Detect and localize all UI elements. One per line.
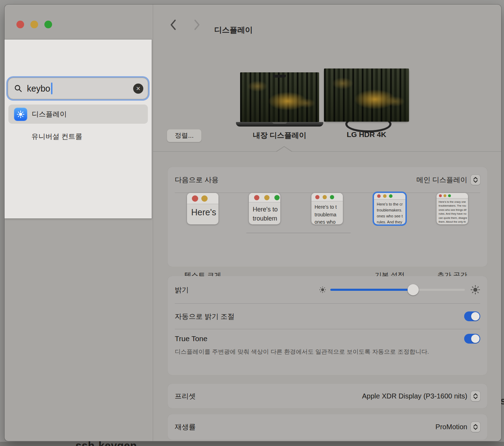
laptop-base	[236, 122, 323, 127]
laptop-notch	[273, 75, 286, 78]
true-tone-label: True Tone	[175, 334, 207, 343]
refresh-rate-dropdown[interactable]	[471, 422, 480, 432]
scaling-option-default[interactable]: Here's to the crtroublemakers.ones who s…	[374, 193, 405, 224]
arrange-displays-button[interactable]: 정렬...	[167, 129, 202, 142]
search-input[interactable]: keybo ✕	[8, 78, 148, 99]
preset-label: 프리셋	[175, 391, 196, 401]
mini-window-text: Here's	[187, 204, 218, 217]
brightness-high-icon	[470, 285, 480, 295]
display-settings-pane: 디스플레이 내장 디스플레이 LG HDR 4K 정렬... 다음으로 사용	[153, 5, 501, 441]
refresh-rate-row: 재생률 ProMotion	[168, 414, 487, 440]
close-window-button[interactable]	[16, 21, 24, 28]
mini-window-titlebar	[187, 193, 218, 204]
brightness-row: 밝기	[168, 276, 487, 303]
scaling-options: Here's Here's totroublem Here's to ttrou…	[168, 193, 487, 267]
page-title: 디스플레이	[214, 25, 253, 35]
scaling-connector-line	[246, 233, 351, 233]
resolution-card: 다음으로 사용 메인 디스플레이 Here's	[168, 167, 487, 267]
refresh-rate-card: 재생률 ProMotion	[168, 414, 487, 440]
mini-window-titlebar	[311, 193, 343, 201]
display-name-lg: LG HDR 4K	[324, 130, 409, 139]
scaling-option-2[interactable]: Here's totroublem	[249, 193, 280, 224]
minimize-window-button[interactable]	[30, 21, 38, 28]
use-as-value: 메인 디스플레이	[416, 175, 467, 185]
search-input-value: keybo	[27, 84, 50, 94]
auto-brightness-row: 자동으로 밝기 조절	[168, 304, 487, 329]
true-tone-description: 디스플레이를 주변광에 맞춰 색상이 다른 환경에서도 일관적으로 보이도록 자…	[175, 347, 432, 357]
mini-window-text: Here's to the crtroublemakers.ones who s…	[374, 200, 405, 224]
use-as-row: 다음으로 사용 메인 디스플레이	[168, 167, 487, 193]
clear-search-icon[interactable]: ✕	[133, 84, 143, 94]
search-result-display[interactable]: 디스플레이	[8, 105, 148, 124]
preset-value: Apple XDR Display (P3-1600 nits)	[362, 392, 467, 400]
system-settings-window: keybo ✕	[5, 5, 501, 441]
refresh-rate-value: ProMotion	[435, 423, 467, 431]
mini-window-titlebar	[374, 193, 405, 200]
preset-dropdown[interactable]	[471, 391, 480, 401]
display-thumbnail-lg-hdr-4k[interactable]	[324, 69, 409, 122]
search-result-label: 유니버설 컨트롤	[31, 132, 82, 141]
scaling-option-3[interactable]: Here's to ttroublemaones who	[311, 193, 343, 224]
display-thumbnail-builtin[interactable]	[240, 72, 319, 122]
mini-window-text: Here's totroublem	[249, 202, 280, 223]
zoom-window-button[interactable]	[44, 21, 52, 28]
text-cursor	[51, 82, 52, 94]
screenshot-root: ssh-keygen s keybo ✕	[0, 0, 504, 446]
use-as-label: 다음으로 사용	[175, 175, 219, 185]
preset-row: 프리셋 Apple XDR Display (P3-1600 nits)	[168, 384, 487, 408]
laptop-base-notch	[272, 122, 287, 124]
wallpaper-forest	[240, 72, 319, 122]
brightness-knob[interactable]	[408, 284, 419, 295]
brightness-label: 밝기	[175, 285, 189, 295]
search-result-universal-control[interactable]: 유니버설 컨트롤	[8, 128, 148, 145]
brightness-card: 밝기	[168, 276, 487, 375]
brightness-slider[interactable]	[330, 284, 465, 295]
auto-brightness-label: 자동으로 밝기 조절	[175, 312, 235, 321]
forward-button[interactable]	[192, 19, 201, 31]
mini-window-titlebar	[249, 193, 280, 202]
scaling-option-larger-text[interactable]: Here's	[187, 193, 218, 224]
brightness-fill	[330, 289, 413, 291]
back-button[interactable]	[168, 19, 178, 31]
use-as-dropdown[interactable]	[471, 175, 480, 185]
search-suggestions-panel: keybo ✕	[5, 39, 152, 218]
brightness-low-icon	[319, 286, 326, 293]
section-divider	[153, 151, 501, 152]
search-icon	[14, 84, 22, 93]
true-tone-row: True Tone 디스플레이를 주변광에 맞춰 색상이 다른 환경에서도 일관…	[168, 329, 487, 363]
auto-brightness-toggle[interactable]	[464, 311, 480, 321]
preset-card: 프리셋 Apple XDR Display (P3-1600 nits)	[168, 384, 487, 408]
mini-window-titlebar	[437, 193, 468, 199]
mini-window-text: Here's to ttroublemaones who	[311, 201, 343, 224]
selected-display-pointer	[277, 147, 291, 152]
search-result-label: 디스플레이	[32, 109, 67, 119]
wallpaper-forest	[324, 69, 409, 122]
scaling-option-more-space[interactable]: Here's to the crazy onetroublemakers. Th…	[437, 193, 468, 224]
refresh-rate-label: 재생률	[175, 422, 196, 432]
display-settings-icon	[14, 108, 27, 121]
display-name-builtin: 내장 디스플레이	[240, 130, 319, 140]
mini-window-text: Here's to the crazy onetroublemakers. Th…	[437, 199, 468, 224]
sidebar: keybo ✕	[5, 5, 153, 441]
true-tone-toggle[interactable]	[464, 334, 480, 344]
